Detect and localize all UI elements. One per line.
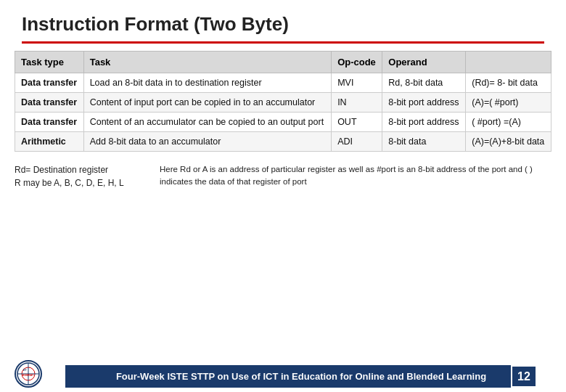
col-header-extra (466, 52, 551, 73)
main-content: Task type Task Op-code Operand Data tran… (0, 51, 566, 360)
cell-task: Content of an accumulator can be copied … (83, 113, 331, 132)
bottom-bar: Four-Week ISTE STTP on Use of ICT in Edu… (65, 365, 537, 388)
cell-operand2: (A)=( #port) (466, 93, 551, 113)
cell-opcode: MVI (332, 73, 382, 93)
cell-task: Add 8-bit data to an accumulator (83, 132, 331, 152)
page-number: 12 (511, 365, 537, 388)
col-header-opcode: Op-code (332, 52, 382, 73)
title-area: Instruction Format (Two Byte) (0, 0, 566, 41)
logo-icon: IIT BOMBAY (15, 360, 42, 388)
cell-operand: Rd, 8-bit data (382, 73, 466, 93)
table-row: Data transferContent of an accumulator c… (15, 113, 551, 132)
footer-left-line2: R may be A, B, C, D, E, H, L (15, 176, 145, 189)
bottom-section: IIT BOMBAY Four-Week ISTE STTP on Use of… (0, 360, 566, 392)
cell-task: Load an 8-bit data in to destination reg… (83, 73, 331, 93)
cell-operand2: ( #port) =(A) (466, 113, 551, 132)
footer-left-line1: Rd= Destination register (15, 163, 145, 176)
cell-operand2: (Rd)= 8- bit data (466, 73, 551, 93)
cell-task-type: Data transfer (15, 73, 84, 93)
cell-opcode: OUT (332, 113, 382, 132)
instruction-table: Task type Task Op-code Operand Data tran… (15, 51, 551, 152)
bottom-bar-wrapper: Four-Week ISTE STTP on Use of ICT in Edu… (51, 362, 551, 388)
bottom-bar-text: Four-Week ISTE STTP on Use of ICT in Edu… (116, 371, 486, 382)
cell-operand2: (A)=(A)+8-bit data (466, 132, 551, 152)
col-header-operand: Operand (382, 52, 466, 73)
page-title: Instruction Format (Two Byte) (22, 13, 544, 36)
cell-operand: 8-bit port address (382, 93, 466, 113)
footer-notes: Rd= Destination register R may be A, B, … (15, 159, 551, 192)
cell-task-type: Data transfer (15, 93, 84, 113)
cell-task-type: Arithmetic (15, 132, 84, 152)
svg-text:IIT: IIT (23, 368, 27, 372)
cell-opcode: ADI (332, 132, 382, 152)
table-row: Data transferLoad an 8-bit data in to de… (15, 73, 551, 93)
table-header-row: Task type Task Op-code Operand (15, 52, 551, 73)
cell-operand: 8-bit port address (382, 113, 466, 132)
footer-right: Here Rd or A is an address of particular… (160, 163, 551, 189)
table-row: Data transferContent of input port can b… (15, 93, 551, 113)
cell-opcode: IN (332, 93, 382, 113)
cell-task-type: Data transfer (15, 113, 84, 132)
col-header-task: Task (83, 52, 331, 73)
page: Instruction Format (Two Byte) Task type … (0, 0, 566, 392)
svg-text:BOMBAY: BOMBAY (22, 374, 34, 377)
cell-task: Content of input port can be copied in t… (83, 93, 331, 113)
table-row: ArithmeticAdd 8-bit data to an accumulat… (15, 132, 551, 152)
cell-operand: 8-bit data (382, 132, 466, 152)
footer-left: Rd= Destination register R may be A, B, … (15, 163, 145, 189)
title-divider (22, 41, 544, 44)
col-header-task-type: Task type (15, 52, 84, 73)
